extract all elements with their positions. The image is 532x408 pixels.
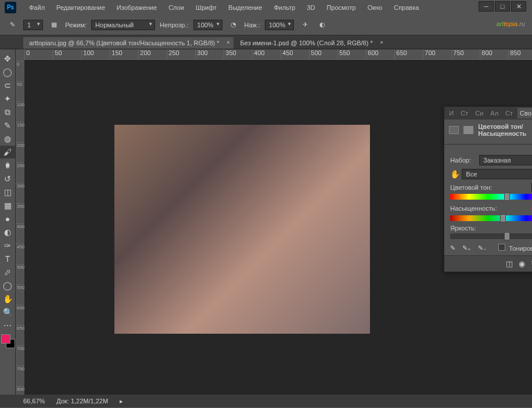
- zoom-tool[interactable]: 🔍: [0, 306, 15, 319]
- slider-thumb[interactable]: [500, 214, 506, 222]
- menu-type[interactable]: Шрифт: [190, 4, 222, 11]
- shape-tool[interactable]: ◯: [0, 279, 15, 292]
- eyedropper-minus-icon[interactable]: ✎₋: [478, 244, 487, 252]
- mask-icon: [463, 126, 473, 134]
- saturation-slider[interactable]: [450, 215, 532, 221]
- panel-tab-collapsed[interactable]: Си: [473, 108, 486, 118]
- minimize-button[interactable]: ─: [479, 1, 494, 12]
- menu-edit[interactable]: Редактирование: [51, 4, 111, 11]
- colorize-label: Тонирование: [509, 245, 532, 252]
- saturation-label: Насыщенность:: [450, 205, 497, 212]
- menu-3d[interactable]: 3D: [301, 4, 321, 11]
- blend-mode-dropdown[interactable]: Нормальный: [91, 20, 155, 30]
- lightness-label: Яркость:: [450, 225, 476, 232]
- slider-thumb[interactable]: [504, 232, 510, 240]
- status-bar: 66,67% Док: 1,22M/1,22M ▸: [0, 395, 532, 407]
- panel-tab-collapsed[interactable]: Ст: [458, 108, 470, 118]
- colorize-checkbox[interactable]: [498, 244, 505, 251]
- ruler-vertical: 0501001502002503003504004505005506006507…: [16, 49, 24, 395]
- brush-panel-icon[interactable]: ▦: [48, 19, 60, 31]
- hue-label: Цветовой тон:: [450, 184, 492, 191]
- menu-window[interactable]: Окно: [362, 4, 389, 11]
- hue-slider[interactable]: [450, 194, 532, 200]
- flow-dropdown[interactable]: 100%: [265, 20, 294, 30]
- crop-tool[interactable]: ⧉: [0, 106, 15, 118]
- pressure-size-icon[interactable]: ◐: [316, 19, 329, 31]
- color-swatches[interactable]: [1, 334, 15, 348]
- document-tab-2[interactable]: Без имени-1.psd @ 100% (Слой 28, RGB/8) …: [235, 37, 387, 49]
- canvas-area[interactable]: 0501001502002503003504004505005506006507…: [24, 49, 532, 395]
- panel-tab-strip: И Ст Си Ал Ст Свойства ▾≡: [444, 107, 532, 120]
- document-tab-1[interactable]: arttopiaru.jpg @ 66,7% (Цветовой тон/Нас…: [23, 37, 233, 49]
- adjustment-icon: [449, 126, 459, 134]
- dodge-tool[interactable]: ◐: [0, 226, 15, 239]
- close-window-button[interactable]: ✕: [511, 1, 526, 12]
- history-brush-tool[interactable]: ↺: [0, 172, 15, 185]
- maximize-button[interactable]: □: [495, 1, 510, 12]
- menu-help[interactable]: Справка: [388, 4, 425, 11]
- status-arrow-icon[interactable]: ▸: [120, 398, 123, 405]
- brush-size-dropdown[interactable]: 1: [23, 20, 43, 30]
- gradient-tool[interactable]: ▦: [0, 199, 15, 212]
- lasso-tool[interactable]: ⊂: [0, 79, 15, 92]
- brush-tool-icon[interactable]: ✎: [6, 19, 19, 31]
- watermark: arttopia.ru: [496, 15, 525, 30]
- pressure-opacity-icon[interactable]: ◔: [227, 19, 240, 31]
- spot-healing-tool[interactable]: ◍: [0, 132, 15, 145]
- panel-title: Цветовой тон/Насыщенность: [478, 123, 532, 137]
- ps-logo-icon: Ps: [5, 2, 16, 13]
- view-previous-icon[interactable]: ◉: [519, 259, 525, 268]
- menu-image[interactable]: Изображение: [111, 4, 163, 11]
- airbrush-icon[interactable]: ✈: [299, 19, 311, 31]
- mode-label: Режим:: [65, 21, 87, 28]
- close-icon[interactable]: ×: [380, 39, 383, 45]
- tools-panel: ✥ ◯ ⊂ ✦ ⧉ ✎ ◍ 🖌 ⧯ ↺ ◫ ▦ ● ◐ ✑ T ⬀ ◯ ✋ 🔍 …: [0, 49, 16, 395]
- hand-icon[interactable]: ✋: [450, 169, 462, 179]
- menu-layer[interactable]: Слои: [163, 4, 190, 11]
- edit-toolbar[interactable]: ⋯: [0, 319, 15, 332]
- foreground-color-swatch[interactable]: [1, 334, 10, 344]
- eyedropper-icon[interactable]: ✎: [450, 244, 455, 252]
- marquee-tool[interactable]: ◯: [0, 66, 15, 78]
- path-selection-tool[interactable]: ⬀: [0, 266, 15, 279]
- menu-view[interactable]: Просмотр: [321, 4, 361, 11]
- range-select[interactable]: Все: [462, 169, 532, 179]
- close-icon[interactable]: ×: [227, 39, 229, 45]
- blur-tool[interactable]: ●: [0, 212, 15, 225]
- slider-thumb[interactable]: [504, 193, 510, 201]
- document-size[interactable]: Док: 1,22M/1,22M: [56, 398, 108, 405]
- clone-stamp-tool[interactable]: ⧯: [0, 159, 15, 172]
- opacity-dropdown[interactable]: 100%: [193, 20, 222, 30]
- ruler-horizontal: 0501001502002503003504004505005506006507…: [24, 49, 532, 60]
- panel-tab-properties[interactable]: Свойства: [517, 108, 532, 118]
- magic-wand-tool[interactable]: ✦: [0, 92, 15, 105]
- options-bar: ✎ 1 ▦ Режим: Нормальный Непрозр.: 100% ◔…: [0, 15, 532, 35]
- menu-filter[interactable]: Фильтр: [268, 4, 301, 11]
- lightness-slider[interactable]: [450, 233, 532, 239]
- eyedropper-plus-icon[interactable]: ✎₊: [462, 244, 471, 252]
- zoom-level[interactable]: 66,67%: [23, 398, 45, 405]
- clip-to-layer-icon[interactable]: ◫: [506, 259, 513, 268]
- menu-bar: Ps Файл Редактирование Изображение Слои …: [0, 0, 532, 15]
- flow-label: Наж.:: [245, 21, 261, 28]
- panel-tab-collapsed[interactable]: И: [447, 108, 456, 118]
- brush-tool[interactable]: 🖌: [0, 146, 15, 158]
- eyedropper-tool[interactable]: ✎: [0, 119, 15, 132]
- properties-panel: И Ст Си Ал Ст Свойства ▾≡ Цветовой тон/Н…: [444, 106, 532, 272]
- preset-select[interactable]: Заказная: [479, 155, 532, 165]
- panel-tab-collapsed[interactable]: Ст: [503, 108, 515, 118]
- opacity-label: Непрозр.:: [160, 21, 188, 28]
- preset-label: Набор:: [450, 157, 479, 164]
- hand-tool[interactable]: ✋: [0, 293, 15, 305]
- menu-file[interactable]: Файл: [23, 4, 51, 11]
- eraser-tool[interactable]: ◫: [0, 186, 15, 198]
- document-tabs: arttopiaru.jpg @ 66,7% (Цветовой тон/Нас…: [0, 35, 532, 49]
- document-image[interactable]: [114, 125, 370, 334]
- pen-tool[interactable]: ✑: [0, 239, 15, 252]
- type-tool[interactable]: T: [0, 252, 15, 265]
- panel-tab-collapsed[interactable]: Ал: [488, 108, 501, 118]
- menu-select[interactable]: Выделение: [222, 4, 268, 11]
- move-tool[interactable]: ✥: [0, 52, 15, 65]
